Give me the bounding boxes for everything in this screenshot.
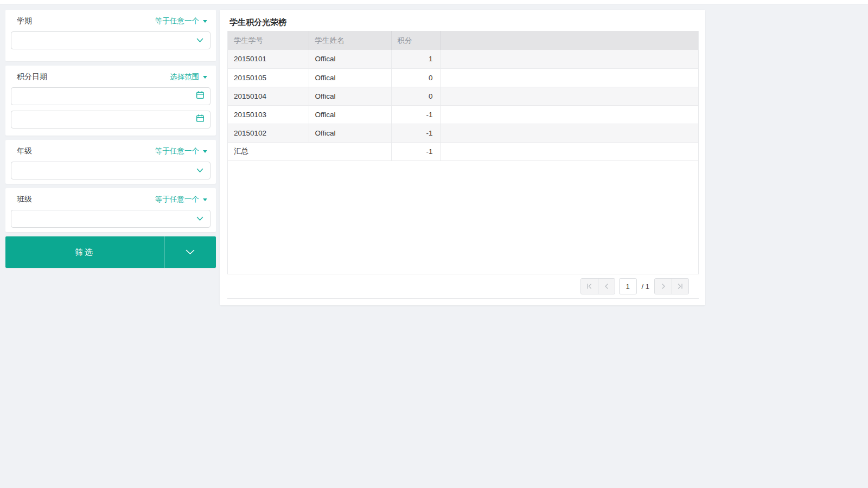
last-page-button[interactable] [672, 279, 688, 294]
filter-panel-grade: 年级 等于任意一个 [5, 140, 216, 184]
table-row: 20150101 Offical 1 [228, 50, 699, 68]
cell-student-id: 20150105 [228, 68, 309, 87]
filter-panel-semester: 学期 等于任意一个 [5, 10, 216, 61]
chevron-down-icon [196, 38, 203, 43]
chevron-down-icon [196, 168, 203, 173]
page-total: / 1 [642, 282, 649, 291]
cell-summary-label: 汇总 [228, 142, 391, 160]
chevron-down-icon [196, 216, 203, 221]
last-page-icon [677, 283, 684, 290]
operator-label: 等于任意一个 [155, 195, 199, 204]
operator-label: 等于任意一个 [155, 16, 199, 26]
table-row: 20150103 Offical -1 [228, 105, 699, 124]
filter-panel-points-date: 积分日期 选择范围 [5, 66, 216, 136]
cell-summary-points: -1 [391, 142, 440, 160]
caret-down-icon [203, 150, 207, 153]
column-header-student-name: 学生姓名 [309, 31, 391, 50]
first-page-icon [586, 283, 592, 290]
operator-dropdown-semester[interactable]: 等于任意一个 [155, 16, 207, 26]
cell-points: 0 [391, 68, 440, 87]
filter-label-grade: 年级 [17, 146, 32, 156]
table-header-row: 学生学号 学生姓名 积分 [228, 31, 699, 50]
cell-empty [440, 124, 699, 142]
operator-label: 选择范围 [170, 72, 199, 82]
operator-label: 等于任意一个 [155, 146, 199, 156]
column-header-student-id: 学生学号 [228, 31, 309, 50]
column-header-empty [440, 31, 699, 50]
top-strip [0, 0, 868, 4]
chevron-down-icon [186, 249, 195, 255]
pager-group-right [654, 278, 689, 294]
cell-student-id: 20150101 [228, 50, 309, 68]
cell-points: -1 [391, 124, 440, 142]
cell-points: 0 [391, 87, 440, 105]
cell-student-name: Offical [309, 124, 391, 142]
cell-empty [440, 50, 699, 68]
cell-student-id: 20150104 [228, 87, 309, 105]
chevron-left-icon [603, 283, 610, 290]
filter-label-points-date: 积分日期 [17, 72, 47, 82]
operator-dropdown-grade[interactable]: 等于任意一个 [155, 146, 207, 156]
table-row: 20150104 Offical 0 [228, 87, 699, 105]
prev-page-button[interactable] [598, 279, 615, 294]
filter-panel-class: 班级 等于任意一个 [5, 188, 216, 232]
pagination: / 1 [227, 274, 699, 299]
cell-empty [440, 68, 699, 87]
grade-select[interactable] [11, 162, 210, 179]
date-end-input[interactable] [11, 111, 210, 129]
cell-points: -1 [391, 105, 440, 124]
cell-empty [440, 142, 699, 160]
filter-expand-button[interactable] [164, 236, 216, 268]
table-row: 20150102 Offical -1 [228, 124, 699, 142]
filter-label-class: 班级 [17, 195, 32, 204]
filter-label-semester: 学期 [17, 16, 32, 26]
column-header-points: 积分 [391, 31, 440, 50]
filter-button-group: 筛选 [5, 236, 216, 268]
class-select[interactable] [11, 210, 210, 228]
honor-roll-card: 学生积分光荣榜 学生学号 学生姓名 积分 20150101 Offical 1 [220, 10, 705, 305]
operator-dropdown-class[interactable]: 等于任意一个 [155, 195, 207, 204]
cell-student-name: Offical [309, 105, 391, 124]
date-start-input[interactable] [11, 87, 210, 105]
page-input[interactable] [619, 278, 637, 294]
summary-row: 汇总 -1 [228, 142, 699, 160]
cell-student-id: 20150103 [228, 105, 309, 124]
cell-student-name: Offical [309, 87, 391, 105]
pager-group-left [580, 278, 615, 294]
cell-student-id: 20150102 [228, 124, 309, 142]
cell-points: 1 [391, 50, 440, 68]
cell-empty [440, 87, 699, 105]
cell-student-name: Offical [309, 50, 391, 68]
operator-dropdown-date-range[interactable]: 选择范围 [170, 72, 207, 82]
points-table: 学生学号 学生姓名 积分 20150101 Offical 1 20150105… [227, 31, 699, 274]
table-row: 20150105 Offical 0 [228, 68, 699, 87]
cell-student-name: Offical [309, 68, 391, 87]
filter-sidebar: 学期 等于任意一个 积分日期 选择范围 [5, 10, 216, 268]
card-title: 学生积分光荣榜 [227, 10, 699, 31]
filter-button-label: 筛选 [75, 247, 94, 258]
semester-select[interactable] [11, 31, 210, 49]
chevron-right-icon [660, 283, 667, 290]
caret-down-icon [203, 198, 207, 201]
filter-button[interactable]: 筛选 [5, 236, 164, 268]
first-page-button[interactable] [581, 279, 598, 294]
caret-down-icon [203, 76, 207, 79]
next-page-button[interactable] [655, 279, 672, 294]
caret-down-icon [203, 20, 207, 23]
cell-empty [440, 105, 699, 124]
